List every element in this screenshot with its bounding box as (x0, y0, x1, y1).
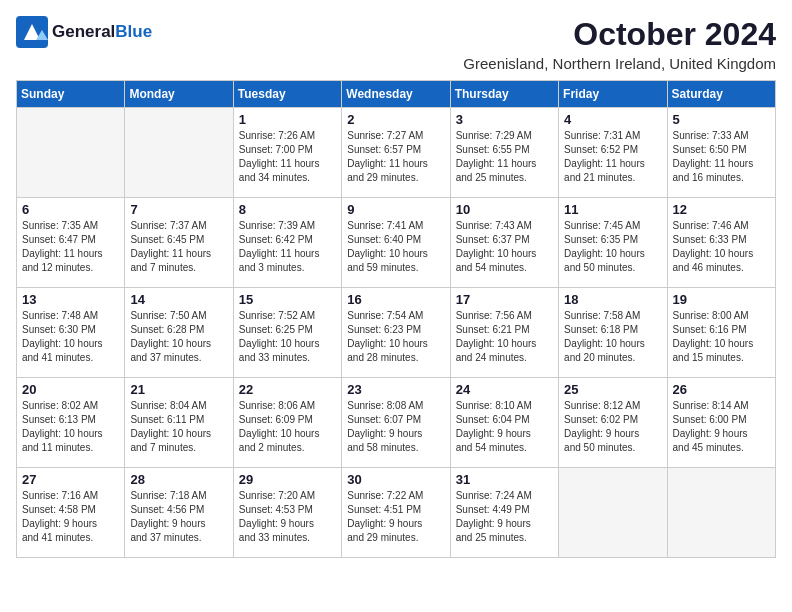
calendar-cell: 12Sunrise: 7:46 AM Sunset: 6:33 PM Dayli… (667, 198, 775, 288)
month-title: October 2024 (463, 16, 776, 53)
calendar-cell: 30Sunrise: 7:22 AM Sunset: 4:51 PM Dayli… (342, 468, 450, 558)
day-number: 12 (673, 202, 770, 217)
calendar-cell (559, 468, 667, 558)
calendar-cell: 24Sunrise: 8:10 AM Sunset: 6:04 PM Dayli… (450, 378, 558, 468)
day-number: 31 (456, 472, 553, 487)
calendar-table: SundayMondayTuesdayWednesdayThursdayFrid… (16, 80, 776, 558)
day-number: 7 (130, 202, 227, 217)
day-number: 10 (456, 202, 553, 217)
calendar-cell: 25Sunrise: 8:12 AM Sunset: 6:02 PM Dayli… (559, 378, 667, 468)
day-info: Sunrise: 7:56 AM Sunset: 6:21 PM Dayligh… (456, 309, 553, 365)
calendar-cell: 16Sunrise: 7:54 AM Sunset: 6:23 PM Dayli… (342, 288, 450, 378)
calendar-cell: 5Sunrise: 7:33 AM Sunset: 6:50 PM Daylig… (667, 108, 775, 198)
week-row-1: 1Sunrise: 7:26 AM Sunset: 7:00 PM Daylig… (17, 108, 776, 198)
calendar-cell: 9Sunrise: 7:41 AM Sunset: 6:40 PM Daylig… (342, 198, 450, 288)
day-number: 16 (347, 292, 444, 307)
calendar-cell: 14Sunrise: 7:50 AM Sunset: 6:28 PM Dayli… (125, 288, 233, 378)
day-info: Sunrise: 7:24 AM Sunset: 4:49 PM Dayligh… (456, 489, 553, 545)
col-header-tuesday: Tuesday (233, 81, 341, 108)
col-header-friday: Friday (559, 81, 667, 108)
day-info: Sunrise: 7:37 AM Sunset: 6:45 PM Dayligh… (130, 219, 227, 275)
day-number: 29 (239, 472, 336, 487)
col-header-thursday: Thursday (450, 81, 558, 108)
day-info: Sunrise: 8:08 AM Sunset: 6:07 PM Dayligh… (347, 399, 444, 455)
calendar-cell: 2Sunrise: 7:27 AM Sunset: 6:57 PM Daylig… (342, 108, 450, 198)
day-number: 27 (22, 472, 119, 487)
day-info: Sunrise: 7:16 AM Sunset: 4:58 PM Dayligh… (22, 489, 119, 545)
calendar-cell: 15Sunrise: 7:52 AM Sunset: 6:25 PM Dayli… (233, 288, 341, 378)
week-row-2: 6Sunrise: 7:35 AM Sunset: 6:47 PM Daylig… (17, 198, 776, 288)
calendar-cell: 28Sunrise: 7:18 AM Sunset: 4:56 PM Dayli… (125, 468, 233, 558)
day-number: 21 (130, 382, 227, 397)
day-info: Sunrise: 7:27 AM Sunset: 6:57 PM Dayligh… (347, 129, 444, 185)
day-number: 8 (239, 202, 336, 217)
header: GeneralBlue October 2024 Greenisland, No… (16, 16, 776, 72)
calendar-cell: 1Sunrise: 7:26 AM Sunset: 7:00 PM Daylig… (233, 108, 341, 198)
day-number: 26 (673, 382, 770, 397)
day-info: Sunrise: 7:18 AM Sunset: 4:56 PM Dayligh… (130, 489, 227, 545)
day-info: Sunrise: 7:48 AM Sunset: 6:30 PM Dayligh… (22, 309, 119, 365)
logo-general: General (52, 22, 115, 41)
calendar-cell: 6Sunrise: 7:35 AM Sunset: 6:47 PM Daylig… (17, 198, 125, 288)
day-number: 20 (22, 382, 119, 397)
header-row: SundayMondayTuesdayWednesdayThursdayFrid… (17, 81, 776, 108)
day-number: 9 (347, 202, 444, 217)
calendar-cell (17, 108, 125, 198)
title-section: October 2024 Greenisland, Northern Irela… (463, 16, 776, 72)
day-info: Sunrise: 7:29 AM Sunset: 6:55 PM Dayligh… (456, 129, 553, 185)
day-info: Sunrise: 7:33 AM Sunset: 6:50 PM Dayligh… (673, 129, 770, 185)
day-info: Sunrise: 7:39 AM Sunset: 6:42 PM Dayligh… (239, 219, 336, 275)
calendar-cell: 19Sunrise: 8:00 AM Sunset: 6:16 PM Dayli… (667, 288, 775, 378)
calendar-cell: 27Sunrise: 7:16 AM Sunset: 4:58 PM Dayli… (17, 468, 125, 558)
day-number: 4 (564, 112, 661, 127)
day-number: 25 (564, 382, 661, 397)
day-number: 18 (564, 292, 661, 307)
day-info: Sunrise: 7:46 AM Sunset: 6:33 PM Dayligh… (673, 219, 770, 275)
day-number: 22 (239, 382, 336, 397)
week-row-3: 13Sunrise: 7:48 AM Sunset: 6:30 PM Dayli… (17, 288, 776, 378)
day-info: Sunrise: 8:00 AM Sunset: 6:16 PM Dayligh… (673, 309, 770, 365)
col-header-sunday: Sunday (17, 81, 125, 108)
day-info: Sunrise: 7:43 AM Sunset: 6:37 PM Dayligh… (456, 219, 553, 275)
day-number: 28 (130, 472, 227, 487)
calendar-cell: 4Sunrise: 7:31 AM Sunset: 6:52 PM Daylig… (559, 108, 667, 198)
calendar-cell: 7Sunrise: 7:37 AM Sunset: 6:45 PM Daylig… (125, 198, 233, 288)
day-info: Sunrise: 7:54 AM Sunset: 6:23 PM Dayligh… (347, 309, 444, 365)
logo-blue-text: Blue (115, 22, 152, 41)
day-info: Sunrise: 7:31 AM Sunset: 6:52 PM Dayligh… (564, 129, 661, 185)
day-number: 30 (347, 472, 444, 487)
col-header-saturday: Saturday (667, 81, 775, 108)
calendar-cell: 21Sunrise: 8:04 AM Sunset: 6:11 PM Dayli… (125, 378, 233, 468)
day-info: Sunrise: 8:06 AM Sunset: 6:09 PM Dayligh… (239, 399, 336, 455)
calendar-cell: 17Sunrise: 7:56 AM Sunset: 6:21 PM Dayli… (450, 288, 558, 378)
day-info: Sunrise: 7:45 AM Sunset: 6:35 PM Dayligh… (564, 219, 661, 275)
day-number: 17 (456, 292, 553, 307)
calendar-cell: 22Sunrise: 8:06 AM Sunset: 6:09 PM Dayli… (233, 378, 341, 468)
calendar-cell: 20Sunrise: 8:02 AM Sunset: 6:13 PM Dayli… (17, 378, 125, 468)
day-number: 23 (347, 382, 444, 397)
day-info: Sunrise: 7:52 AM Sunset: 6:25 PM Dayligh… (239, 309, 336, 365)
calendar-cell: 23Sunrise: 8:08 AM Sunset: 6:07 PM Dayli… (342, 378, 450, 468)
day-info: Sunrise: 8:14 AM Sunset: 6:00 PM Dayligh… (673, 399, 770, 455)
day-info: Sunrise: 7:50 AM Sunset: 6:28 PM Dayligh… (130, 309, 227, 365)
col-header-wednesday: Wednesday (342, 81, 450, 108)
day-number: 1 (239, 112, 336, 127)
calendar-cell: 13Sunrise: 7:48 AM Sunset: 6:30 PM Dayli… (17, 288, 125, 378)
calendar-cell: 29Sunrise: 7:20 AM Sunset: 4:53 PM Dayli… (233, 468, 341, 558)
day-number: 24 (456, 382, 553, 397)
logo-icon (16, 16, 48, 48)
day-number: 15 (239, 292, 336, 307)
day-info: Sunrise: 8:12 AM Sunset: 6:02 PM Dayligh… (564, 399, 661, 455)
day-info: Sunrise: 7:41 AM Sunset: 6:40 PM Dayligh… (347, 219, 444, 275)
calendar-cell: 18Sunrise: 7:58 AM Sunset: 6:18 PM Dayli… (559, 288, 667, 378)
day-number: 2 (347, 112, 444, 127)
calendar-cell: 10Sunrise: 7:43 AM Sunset: 6:37 PM Dayli… (450, 198, 558, 288)
col-header-monday: Monday (125, 81, 233, 108)
day-number: 11 (564, 202, 661, 217)
day-info: Sunrise: 8:04 AM Sunset: 6:11 PM Dayligh… (130, 399, 227, 455)
day-info: Sunrise: 7:35 AM Sunset: 6:47 PM Dayligh… (22, 219, 119, 275)
week-row-4: 20Sunrise: 8:02 AM Sunset: 6:13 PM Dayli… (17, 378, 776, 468)
calendar-cell: 31Sunrise: 7:24 AM Sunset: 4:49 PM Dayli… (450, 468, 558, 558)
day-number: 6 (22, 202, 119, 217)
day-info: Sunrise: 7:22 AM Sunset: 4:51 PM Dayligh… (347, 489, 444, 545)
